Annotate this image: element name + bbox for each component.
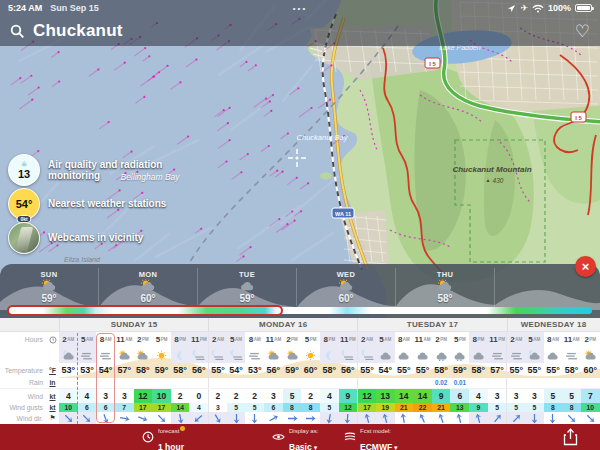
wind-direction-row-cell[interactable] (134, 412, 153, 424)
temperature-row-cell[interactable]: 54° (376, 363, 395, 377)
rain-row-cell[interactable] (208, 377, 227, 388)
hours-row-cell[interactable]: 2PM (283, 332, 302, 347)
wind-gusts-row-cell[interactable]: 8 (562, 403, 581, 412)
day-header-1[interactable]: MONDAY 16 (208, 318, 357, 331)
hours-row-cell[interactable]: 5AM (376, 332, 395, 347)
temperature-row-cell[interactable]: 53° (59, 363, 78, 377)
temperature-row-cell[interactable]: 57° (488, 363, 507, 377)
hours-row-cell[interactable]: 11AM (115, 332, 134, 347)
wind-gusts-row-cell[interactable]: 21 (395, 403, 414, 412)
rain-row-cell[interactable] (506, 377, 525, 388)
search-bar[interactable]: Chuckanut ♡ (0, 16, 600, 46)
forecast-model-control[interactable]: Fcst model: ECMWF▾ (344, 424, 398, 450)
hours-row-cell[interactable]: 2PM (134, 332, 153, 347)
wind-direction-row-cell[interactable] (208, 412, 227, 424)
wind-gusts-row-cell[interactable]: 17 (357, 403, 376, 412)
hours-row-cell[interactable]: 11PM (488, 332, 507, 347)
wind-direction-row-cell[interactable] (562, 412, 581, 424)
temperature-row-cell[interactable]: 58° (432, 363, 451, 377)
wind-row-cell[interactable]: 5 (283, 389, 302, 403)
wind-direction-row-cell[interactable] (227, 412, 246, 424)
wind-gusts-row-cell[interactable]: 8 (544, 403, 563, 412)
wind-row-cell[interactable]: 14 (395, 389, 414, 403)
rain-row-cell[interactable] (134, 377, 153, 388)
wind-direction-row-cell[interactable] (245, 412, 264, 424)
wind-direction-row-cell[interactable] (450, 412, 469, 424)
rain-row-cell[interactable] (339, 377, 358, 388)
wind-direction-row-cell[interactable] (432, 412, 451, 424)
forecast-interval-control[interactable]: forecast 1 hour (142, 424, 184, 450)
weather-icons-row-cell[interactable] (432, 347, 451, 363)
temperature-row-cell[interactable]: 53° (245, 363, 264, 377)
temperature-row-cell[interactable]: 58° (562, 363, 581, 377)
rain-row-cell[interactable] (376, 377, 395, 388)
display-as-control[interactable]: Display as: Basic▾ (272, 424, 318, 450)
air-quality-button[interactable]: ⚛ 13 Air quality and radiation monitorin… (8, 154, 198, 186)
wind-gusts-row-cell[interactable]: 7 (115, 403, 134, 412)
hours-row-cell[interactable]: 5AM (525, 332, 544, 347)
temperature-row-cell[interactable]: 58° (171, 363, 190, 377)
temperature-row-cell[interactable]: 55° (395, 363, 414, 377)
day-strip-day-thu[interactable]: THU58° (396, 268, 495, 306)
wind-gusts-row-cell[interactable]: 8 (283, 403, 302, 412)
wind-gusts-row-cell[interactable]: 8 (301, 403, 320, 412)
hours-row-cell[interactable]: 2AM (357, 332, 376, 347)
wind-direction-row-cell[interactable] (581, 412, 600, 424)
wind-gusts-row-cell[interactable]: 21 (432, 403, 451, 412)
temperature-row-cell[interactable]: 58° (469, 363, 488, 377)
wind-row-cell[interactable]: 4 (78, 389, 97, 403)
rain-row-cell[interactable] (264, 377, 283, 388)
weather-icons-row-cell[interactable] (376, 347, 395, 363)
rain-row-cell[interactable] (78, 377, 97, 388)
wind-row-cell[interactable]: 12 (357, 389, 376, 403)
wind-row-cell[interactable]: 3 (115, 389, 134, 403)
rain-row-cell[interactable]: 0.01 (450, 377, 469, 388)
hours-row-cell[interactable]: 5PM (301, 332, 320, 347)
wind-gusts-row-cell[interactable]: 5 (525, 403, 544, 412)
hours-row-cell[interactable]: 2AM (506, 332, 525, 347)
wind-row-cell[interactable]: 5 (562, 389, 581, 403)
wind-gusts-row-cell[interactable]: 13 (450, 403, 469, 412)
rain-row-cell[interactable] (301, 377, 320, 388)
wind-row-cell[interactable]: 6 (450, 389, 469, 403)
temperature-row-cell[interactable]: 55° (544, 363, 563, 377)
temperature-row-cell[interactable]: 55° (506, 363, 525, 377)
hours-row-cell[interactable]: 11PM (339, 332, 358, 347)
weather-icons-row-cell[interactable] (152, 347, 171, 363)
day-header-0[interactable]: SUNDAY 15 (59, 318, 208, 331)
temperature-row-cell[interactable]: 58° (134, 363, 153, 377)
temperature-row-cell[interactable]: 60° (581, 363, 600, 377)
wind-direction-row-cell[interactable] (189, 412, 208, 424)
weather-icons-row-cell[interactable] (450, 347, 469, 363)
rain-row-cell[interactable]: 0.02 (432, 377, 451, 388)
wind-row-cell[interactable]: 3 (488, 389, 507, 403)
weather-icons-row-cell[interactable] (544, 347, 563, 363)
temperature-row-cell[interactable]: 54° (227, 363, 246, 377)
weather-icons-row-cell[interactable] (581, 347, 600, 363)
day-header-2[interactable]: TUESDAY 17 (357, 318, 506, 331)
rain-row-cell[interactable] (171, 377, 190, 388)
weather-icons-row-cell[interactable] (339, 347, 358, 363)
rain-row-cell[interactable] (413, 377, 432, 388)
wind-row-cell[interactable]: 2 (245, 389, 264, 403)
wind-row-cell[interactable]: 2 (301, 389, 320, 403)
rain-row-cell[interactable] (544, 377, 563, 388)
wind-row-cell[interactable]: 3 (525, 389, 544, 403)
weather-icons-row-cell[interactable] (59, 347, 78, 363)
weather-icons-row-cell[interactable] (115, 347, 134, 363)
weather-icons-row-cell[interactable] (562, 347, 581, 363)
hours-row-cell[interactable]: 8AM (245, 332, 264, 347)
hours-row-cell[interactable]: 5AM (227, 332, 246, 347)
wind-row-cell[interactable]: 4 (469, 389, 488, 403)
wind-gusts-row-cell[interactable]: 17 (134, 403, 153, 412)
wind-row-cell[interactable]: 3 (264, 389, 283, 403)
wind-gusts-row-cell[interactable]: 22 (413, 403, 432, 412)
wind-row-cell[interactable]: 4 (320, 389, 339, 403)
hours-row-cell[interactable]: 5AM (78, 332, 97, 347)
rain-row-cell[interactable] (245, 377, 264, 388)
wind-gusts-row-cell[interactable]: 5 (245, 403, 264, 412)
wind-gusts-row-cell[interactable]: 9 (469, 403, 488, 412)
temperature-row-cell[interactable]: 60° (301, 363, 320, 377)
weather-icons-row-cell[interactable] (208, 347, 227, 363)
rain-row-cell[interactable] (152, 377, 171, 388)
